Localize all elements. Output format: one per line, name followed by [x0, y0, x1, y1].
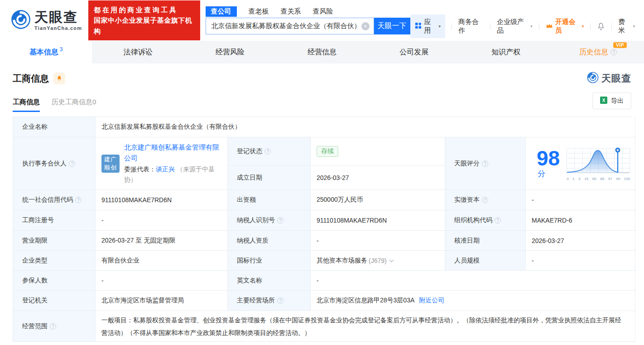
tab-intellectual-property[interactable]: 知识产权	[460, 41, 552, 63]
field-value-establish-date: 2026-03-27	[311, 165, 445, 190]
apps-menu[interactable]: 应用 ▾	[410, 15, 445, 38]
help-icon[interactable]: ?	[482, 160, 488, 167]
tab-history-info[interactable]: VIP 历史信息 ?	[552, 41, 644, 63]
help-icon[interactable]: ?	[75, 197, 82, 203]
help-icon[interactable]: ?	[610, 49, 617, 55]
label-text: 主要经营场所	[237, 296, 275, 305]
field-value-executive-partner: 建广顺创 北京建广顺创私募基金管理有限公司 委派代表：谈正兴 （来源于中基协）	[96, 137, 228, 190]
user-name: 费米	[618, 18, 630, 35]
export-button[interactable]: X 导出	[592, 92, 631, 109]
nav-cooperation[interactable]: 商务合作	[458, 18, 484, 35]
field-label-capital: 出资额	[228, 190, 311, 210]
tianyancha-logo[interactable]: 天眼查 TianYanCha.com	[11, 10, 82, 31]
field-label-reg-number: 工商注册号	[13, 210, 96, 231]
logo-swirl-icon	[11, 10, 31, 31]
scope-text: 一般项目：私募股权投资基金管理、创业投资基金管理服务（须在中国证券投资基金业协会…	[101, 314, 626, 339]
tab-basic-info[interactable]: 基本信息 3	[0, 41, 92, 63]
business-info-table: 企业名称 北京信新发展私募股权基金合伙企业（有限合伙） 执行事务合伙人 ? 建广…	[13, 117, 631, 342]
search-button[interactable]: 天眼一下	[374, 18, 410, 34]
top-nav: 应用 ▾ 商务合作 企业级产品 ▾ 开通会员 ▾	[410, 15, 635, 38]
field-label-reg-status: 登记状态 ?	[228, 137, 311, 165]
help-icon[interactable]: ?	[264, 148, 271, 155]
user-menu[interactable]: 费米 ▾	[618, 18, 635, 35]
rep-label: 委派代表：	[124, 165, 156, 173]
search-tab-company[interactable]: 查公司	[206, 6, 237, 17]
address-text: 北京市海淀区信息路甲28号3层03A	[317, 296, 414, 305]
nav-open-vip[interactable]: 开通会员 ▾	[546, 18, 584, 35]
search-tab-relation[interactable]: 查关系	[281, 6, 301, 17]
subtab-business-info[interactable]: 工商信息	[13, 98, 40, 112]
field-value-company-name: 北京信新发展私募股权基金合伙企业（有限合伙）	[96, 117, 635, 137]
logo-swirl-icon	[587, 72, 599, 85]
tab-label: 历史信息	[579, 48, 608, 57]
field-label-staff-size: 人员规模	[445, 251, 526, 271]
tab-company-development[interactable]: 公司发展	[368, 41, 460, 63]
brand-domain: TianYanCha.com	[34, 25, 82, 31]
notification-bell-icon[interactable]	[597, 22, 605, 30]
help-icon[interactable]: ?	[50, 323, 56, 330]
field-value-business-scope: 一般项目：私募股权投资基金管理、创业投资基金管理服务（须在中国证券投资基金业协会…	[96, 311, 635, 342]
slogan-banner: 都在用的商业查询工具 国家中小企业发展子基金旗下机构	[88, 0, 200, 40]
field-value-score: 98分	[526, 137, 635, 190]
chevron-down-icon[interactable]	[389, 258, 394, 262]
rep-name-link[interactable]: 谈正兴	[156, 165, 175, 173]
tianyancha-watermark: 天眼查	[587, 72, 631, 85]
field-value-reg-status: 存续	[311, 137, 445, 165]
label-text: 执行事务合伙人	[22, 160, 67, 168]
field-value-industry[interactable]: 其他资本市场服务 (J679)	[311, 251, 445, 271]
export-label: 导出	[611, 97, 624, 105]
divider	[490, 23, 490, 30]
partner-avatar[interactable]: 建广顺创	[101, 155, 120, 173]
field-value-staff-size: -	[526, 251, 635, 271]
divider	[539, 23, 539, 30]
help-icon[interactable]: ?	[277, 297, 284, 304]
score-unit: 分	[538, 170, 545, 178]
tab-legal[interactable]: 法律诉讼	[92, 41, 184, 63]
subscribe-bell-icon[interactable]	[53, 73, 65, 84]
nav-enterprise-label: 企业级产品	[497, 18, 528, 35]
help-icon[interactable]: ?	[69, 160, 75, 167]
field-value-reg-authority: 北京市海淀区市场监督管理局	[96, 291, 228, 311]
score-number: 98	[537, 146, 560, 170]
search-input[interactable]	[206, 18, 374, 34]
chevron-down-icon: ▾	[530, 24, 533, 29]
field-label-business-term: 营业期限	[13, 231, 96, 251]
tab-operation-risk[interactable]: 经营风险	[184, 41, 276, 63]
score-distribution-chart[interactable]: 01 315 5085 9799 100	[566, 146, 630, 181]
help-icon[interactable]: ?	[482, 197, 488, 203]
nav-enterprise[interactable]: 企业级产品 ▾	[497, 18, 533, 35]
nearby-companies-link[interactable]: 附近公司	[419, 296, 444, 305]
search-tab-risk[interactable]: 查风险	[313, 6, 333, 17]
field-label-score: 天眼评分 ?	[445, 137, 526, 190]
label-text: 统一社会信用代码	[22, 196, 73, 204]
help-icon[interactable]: ?	[495, 217, 501, 224]
tab-label: 经营风险	[216, 48, 245, 57]
field-value-reg-number: -	[96, 210, 228, 231]
label-text: 组织机构代码	[454, 216, 492, 224]
clear-input-icon[interactable]: ×	[361, 22, 370, 30]
slogan-line2: 国家中小企业发展子基金旗下机构	[94, 15, 194, 36]
chevron-down-icon: ▾	[633, 24, 635, 29]
brand-name: 天眼查	[34, 10, 82, 24]
tab-label: 公司发展	[399, 48, 428, 57]
search-block: 查公司 查老板 查关系 查风险 × 天眼一下	[206, 6, 410, 34]
help-icon[interactable]: ?	[277, 217, 284, 224]
label-text: 登记状态	[237, 147, 262, 155]
label-text: 实缴资本	[454, 196, 480, 204]
field-value-capital: 250000万人民币	[311, 190, 445, 210]
divider	[452, 23, 452, 30]
nav-vip-label: 开通会员	[555, 18, 580, 35]
detail-tabs: 基本信息 3 法律诉讼 经营风险 经营信息 公司发展 知识产权 VIP 历史信息…	[0, 41, 644, 63]
section-title: 工商信息	[13, 73, 49, 85]
partner-company-link[interactable]: 北京建广顺创私募基金管理有限公司	[124, 143, 219, 162]
tab-label: 基本信息	[29, 48, 58, 57]
apps-label: 应用	[424, 18, 436, 35]
tab-operation-info[interactable]: 经营信息	[276, 41, 368, 63]
label-text: 纳税人识别号	[237, 216, 275, 224]
field-label-taxpayer-quality: 纳税人资质	[228, 231, 311, 251]
field-value-business-address: 北京市海淀区信息路甲28号3层03A 附近公司	[311, 291, 635, 311]
field-label-establish-date: 成立日期	[228, 165, 311, 190]
search-tab-boss[interactable]: 查老板	[249, 6, 269, 17]
subtab-history-business-info[interactable]: 历史工商信息0	[52, 98, 96, 112]
field-label-business-scope: 经营范围 ?	[13, 311, 96, 342]
